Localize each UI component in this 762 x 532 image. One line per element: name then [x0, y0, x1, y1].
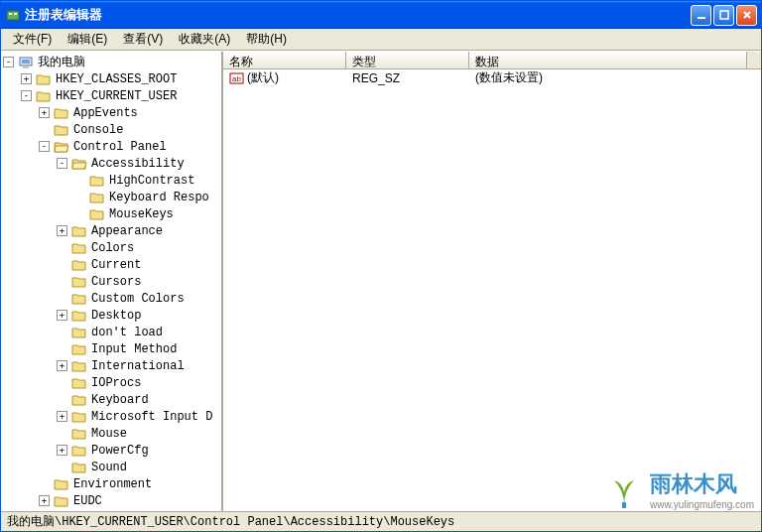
- folder-open-icon: [71, 157, 87, 171]
- tree-row[interactable]: +HKEY_CLASSES_ROOT: [3, 70, 219, 87]
- expand-icon[interactable]: +: [57, 360, 67, 371]
- tree-label: AppEvents: [73, 106, 138, 120]
- column-header[interactable]: 类型: [346, 52, 469, 68]
- tree-row[interactable]: -HKEY_CURRENT_USER: [3, 87, 219, 104]
- tree-label: Keyboard: [91, 393, 149, 407]
- tree-row[interactable]: Current: [3, 256, 219, 273]
- collapse-icon[interactable]: -: [3, 57, 14, 67]
- tree-label: International: [91, 359, 185, 373]
- tree-label: Appearance: [91, 224, 163, 238]
- tree-label: EUDC: [73, 494, 102, 508]
- tree-row[interactable]: HighContrast: [3, 172, 219, 189]
- folder-icon: [54, 477, 69, 491]
- tree-row[interactable]: Keyboard Respo: [3, 189, 219, 205]
- tree-label: Mouse: [91, 427, 127, 441]
- folder-icon: [71, 427, 87, 441]
- watermark: 雨林木风 www.yulingmufeng.com: [604, 469, 754, 510]
- tree-label: MouseKeys: [109, 207, 174, 221]
- collapse-icon[interactable]: -: [21, 90, 32, 101]
- expand-icon[interactable]: +: [21, 73, 32, 84]
- tree-row[interactable]: +International: [3, 357, 219, 374]
- svg-rect-3: [698, 17, 705, 19]
- column-header[interactable]: 名称: [223, 52, 346, 68]
- tree-row[interactable]: Keyboard: [3, 391, 219, 408]
- tree-row[interactable]: Custom Colors: [3, 290, 219, 307]
- tree-label: Current: [91, 258, 141, 272]
- menu-item[interactable]: 查看(V): [115, 29, 171, 50]
- tree-row[interactable]: Console: [3, 121, 219, 138]
- folder-icon: [71, 359, 87, 373]
- tree-row[interactable]: Mouse: [3, 425, 219, 442]
- tree-row[interactable]: Input Method: [3, 340, 219, 357]
- folder-icon: [71, 309, 87, 323]
- menu-item[interactable]: 编辑(E): [60, 29, 115, 50]
- menubar: 文件(F)编辑(E)查看(V)收藏夹(A)帮助(H): [1, 29, 761, 51]
- list-row[interactable]: ab(默认)REG_SZ(数值未设置): [223, 69, 761, 86]
- tree-row[interactable]: -我的电脑: [3, 54, 219, 70]
- tree-label: Console: [73, 123, 123, 137]
- svg-rect-2: [14, 13, 17, 15]
- menu-item[interactable]: 文件(F): [5, 29, 60, 50]
- tree-row[interactable]: Colors: [3, 239, 219, 256]
- column-header[interactable]: 数据: [469, 52, 747, 68]
- tree-row[interactable]: IOProcs: [3, 374, 219, 391]
- list-header: 名称类型数据: [223, 52, 761, 69]
- collapse-icon[interactable]: -: [57, 158, 67, 169]
- expand-icon[interactable]: +: [57, 445, 67, 456]
- folder-icon: [89, 191, 105, 204]
- svg-text:ab: ab: [232, 74, 241, 83]
- expand-icon[interactable]: +: [57, 411, 67, 422]
- tree-row[interactable]: +EUDC: [3, 492, 219, 509]
- close-button[interactable]: [736, 5, 757, 26]
- tree-row[interactable]: +Desktop: [3, 307, 219, 324]
- computer-icon: [18, 56, 34, 69]
- folder-open-icon: [54, 140, 69, 154]
- minimize-button[interactable]: [691, 5, 711, 26]
- svg-rect-7: [23, 66, 29, 68]
- tree-row[interactable]: don't load: [3, 324, 219, 340]
- tree-label: Input Method: [91, 342, 177, 356]
- tree-label: Cursors: [91, 275, 141, 289]
- tree-label: Accessibility: [91, 157, 185, 171]
- tree-row[interactable]: +PowerCfg: [3, 442, 219, 459]
- folder-icon: [54, 123, 69, 137]
- tree-row[interactable]: Sound: [3, 459, 219, 475]
- menu-item[interactable]: 收藏夹(A): [171, 29, 238, 50]
- tree-label: IOProcs: [91, 376, 141, 390]
- folder-icon: [71, 444, 87, 458]
- tree-label: HKEY_CURRENT_USER: [56, 89, 177, 103]
- folder-icon: [36, 89, 52, 103]
- expand-icon[interactable]: +: [39, 495, 50, 506]
- collapse-icon[interactable]: -: [39, 141, 50, 152]
- tree-label: Keyboard Respo: [109, 191, 209, 204]
- list-body[interactable]: ab(默认)REG_SZ(数值未设置): [223, 69, 761, 511]
- value-type: REG_SZ: [346, 71, 469, 85]
- menu-item[interactable]: 帮助(H): [238, 29, 295, 50]
- folder-icon: [71, 326, 87, 339]
- watermark-url: www.yulingmufeng.com: [650, 499, 754, 510]
- tree-row[interactable]: -Control Panel: [3, 138, 219, 155]
- tree-label: 我的电脑: [38, 54, 85, 70]
- watermark-text: 雨林木风: [650, 469, 754, 499]
- expand-icon[interactable]: +: [39, 107, 50, 118]
- svg-rect-1: [9, 13, 12, 15]
- status-path: 我的电脑\HKEY_CURRENT_USER\Control Panel\Acc…: [7, 513, 454, 530]
- tree-row[interactable]: MouseKeys: [3, 205, 219, 222]
- tree-row[interactable]: +AppEvents: [3, 104, 219, 121]
- expand-icon[interactable]: +: [57, 310, 67, 321]
- tree-row[interactable]: -Accessibility: [3, 155, 219, 172]
- titlebar[interactable]: 注册表编辑器: [1, 1, 761, 29]
- tree-row[interactable]: Cursors: [3, 273, 219, 290]
- folder-icon: [71, 224, 87, 238]
- value-data: (数值未设置): [469, 69, 747, 86]
- expand-icon[interactable]: +: [57, 225, 67, 236]
- tree-pane[interactable]: -我的电脑+HKEY_CLASSES_ROOT-HKEY_CURRENT_USE…: [1, 52, 223, 511]
- tree-row[interactable]: +Appearance: [3, 222, 219, 239]
- value-name: (默认): [247, 70, 279, 84]
- maximize-button[interactable]: [713, 5, 734, 26]
- tree-row[interactable]: Environment: [3, 475, 219, 492]
- tree-label: Microsoft Input D: [91, 410, 212, 424]
- svg-rect-0: [7, 11, 19, 20]
- tree-row[interactable]: +Microsoft Input D: [3, 408, 219, 425]
- content-area: -我的电脑+HKEY_CLASSES_ROOT-HKEY_CURRENT_USE…: [1, 51, 761, 511]
